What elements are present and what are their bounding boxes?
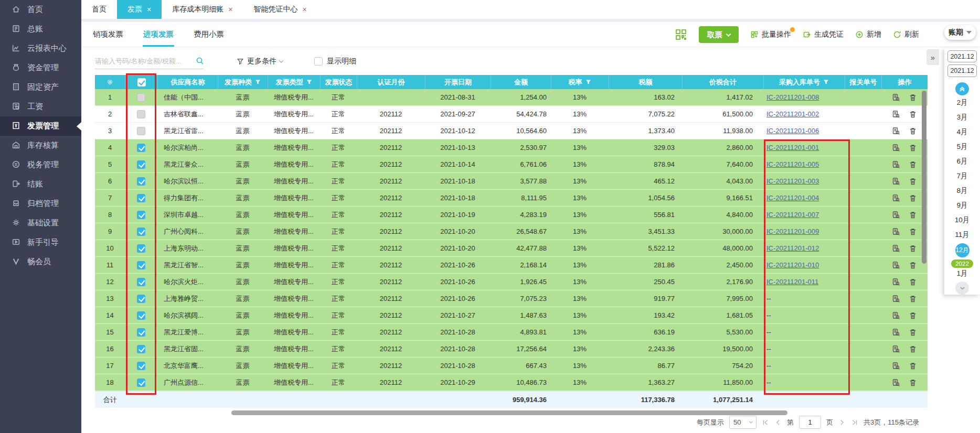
- view-voucher-icon[interactable]: [892, 345, 900, 353]
- year-badge[interactable]: 2022: [951, 259, 973, 268]
- month-item[interactable]: 7月: [944, 169, 980, 183]
- select-all-checkbox[interactable]: [137, 78, 146, 86]
- month-item[interactable]: 2月: [944, 95, 980, 110]
- view-voucher-icon[interactable]: [892, 378, 900, 387]
- table-row[interactable]: 6 哈尔滨以恒... 蓝票 增值税专用... 正常 202112 2021-10…: [95, 173, 928, 190]
- show-detail-toggle[interactable]: 显示明细: [314, 57, 356, 66]
- row-checkbox[interactable]: [137, 194, 145, 202]
- period-start-input[interactable]: [947, 50, 977, 62]
- table-row[interactable]: 16 黑龙江省固... 蓝票 增值税专用... 正常 202112 2021-1…: [95, 341, 928, 358]
- delete-icon[interactable]: [909, 311, 917, 320]
- sidebar-item-6[interactable]: 工资: [0, 97, 81, 116]
- filter-icon[interactable]: [306, 79, 313, 85]
- purchase-no-link[interactable]: IC-20211201-012: [766, 244, 819, 252]
- month-item-selected[interactable]: 12月: [955, 243, 970, 257]
- period-end-input[interactable]: [947, 64, 977, 77]
- delete-icon[interactable]: [909, 244, 917, 253]
- table-row[interactable]: 5 黑龙江誉众... 蓝票 增值税专用... 正常 202112 2021-10…: [95, 156, 928, 173]
- view-voucher-icon[interactable]: [892, 93, 900, 102]
- month-item[interactable]: 6月: [944, 154, 980, 169]
- period-button[interactable]: 账期: [944, 25, 976, 40]
- table-row[interactable]: 7 得力集团有... 蓝票 增值税专用... 正常 202112 2021-10…: [95, 190, 928, 207]
- month-item[interactable]: 9月: [944, 198, 980, 213]
- purchase-no-link[interactable]: --: [766, 328, 771, 336]
- prev-page-button[interactable]: [774, 419, 782, 426]
- table-row[interactable]: 14 哈尔滨祺阔... 蓝票 增值税专用... 正常 202112 2021-1…: [95, 307, 928, 324]
- row-checkbox[interactable]: [137, 295, 145, 303]
- table-row[interactable]: 3 黑龙江省雷... 蓝票 增值税专用... 正常 202112 2021-10…: [95, 123, 928, 139]
- column-settings[interactable]: [95, 75, 125, 89]
- row-checkbox[interactable]: [137, 362, 145, 370]
- month-item[interactable]: 5月: [944, 139, 980, 154]
- purchase-no-link[interactable]: IC-20211201-010: [766, 261, 819, 269]
- row-checkbox[interactable]: [137, 160, 145, 169]
- sidebar-item-8[interactable]: 库存核算: [0, 136, 81, 155]
- table-row[interactable]: 8 深圳市卓越... 蓝票 增值税专用... 正常 202112 2021-10…: [95, 207, 928, 223]
- delete-icon[interactable]: [909, 144, 917, 152]
- vertical-scrollbar-thumb[interactable]: [922, 91, 926, 264]
- purchase-no-link[interactable]: --: [766, 362, 771, 370]
- view-voucher-icon[interactable]: [892, 362, 900, 370]
- delete-icon[interactable]: [909, 110, 917, 118]
- view-voucher-icon[interactable]: [892, 127, 900, 135]
- table-row[interactable]: 17 北京华富鹰... 蓝票 增值税专用... 正常 202112 2021-1…: [95, 358, 928, 374]
- show-detail-checkbox[interactable]: [314, 57, 323, 66]
- add-button[interactable]: 新增: [855, 30, 881, 39]
- view-voucher-icon[interactable]: [892, 261, 900, 269]
- generate-voucher-button[interactable]: 生成凭证: [803, 30, 844, 39]
- row-checkbox[interactable]: [137, 378, 145, 387]
- close-icon[interactable]: ×: [147, 6, 151, 13]
- table-row[interactable]: 2 吉林省联鑫... 蓝票 增值税专用... 正常 202112 2021-09…: [95, 106, 928, 123]
- table-row[interactable]: 13 上海雅峥贸... 蓝票 增值税专用... 正常 202112 2021-1…: [95, 290, 928, 307]
- purchase-no-link[interactable]: IC-20211201-009: [766, 228, 819, 235]
- purchase-no-link[interactable]: IC-20211201-011: [766, 278, 818, 286]
- row-checkbox[interactable]: [137, 110, 145, 118]
- row-checkbox[interactable]: [137, 93, 145, 102]
- view-voucher-icon[interactable]: [892, 295, 900, 303]
- table-row[interactable]: 10 上海东明动... 蓝票 增值税专用... 正常 202112 2021-1…: [95, 240, 928, 257]
- delete-icon[interactable]: [909, 177, 917, 186]
- subtab-2[interactable]: 进项发票: [143, 22, 174, 47]
- delete-icon[interactable]: [909, 378, 917, 387]
- next-page-button[interactable]: [838, 419, 846, 426]
- delete-icon[interactable]: [909, 261, 917, 269]
- delete-icon[interactable]: [909, 228, 917, 236]
- sidebar-item-13[interactable]: 新手引导: [0, 233, 81, 252]
- view-voucher-icon[interactable]: [892, 177, 900, 186]
- refresh-button[interactable]: 刷新: [893, 30, 919, 39]
- filter-icon[interactable]: [254, 79, 261, 85]
- purchase-no-link[interactable]: IC-20211201-001: [766, 144, 819, 151]
- tab[interactable]: 首页: [81, 0, 117, 19]
- month-item[interactable]: 10月: [944, 213, 980, 228]
- row-checkbox[interactable]: [137, 261, 145, 269]
- row-checkbox[interactable]: [137, 311, 145, 320]
- delete-icon[interactable]: [909, 328, 917, 337]
- view-voucher-icon[interactable]: [892, 244, 900, 253]
- table-row[interactable]: 15 黑龙江爱博... 蓝票 增值税专用... 正常 202112 2021-1…: [95, 324, 928, 341]
- purchase-no-link[interactable]: IC-20211201-007: [766, 211, 819, 219]
- row-checkbox[interactable]: [137, 211, 145, 219]
- view-voucher-icon[interactable]: [892, 278, 900, 286]
- table-row[interactable]: 18 广州点源信... 蓝票 增值税专用... 正常 202112 2021-1…: [95, 374, 928, 391]
- month-item[interactable]: 11月: [944, 228, 980, 242]
- subtab-3[interactable]: 费用小票: [194, 22, 224, 47]
- view-voucher-icon[interactable]: [892, 144, 900, 152]
- sidebar-item-11[interactable]: 归档管理: [0, 194, 81, 213]
- row-checkbox[interactable]: [137, 278, 145, 286]
- row-checkbox[interactable]: [137, 177, 145, 186]
- table-row[interactable]: 4 哈尔滨柏尚... 蓝票 增值税专用... 正常 202112 2021-10…: [95, 139, 928, 156]
- last-page-button[interactable]: [851, 419, 858, 426]
- collapse-panel-button[interactable]: »: [926, 49, 939, 65]
- more-filters-button[interactable]: 更多条件: [237, 57, 283, 66]
- page-input[interactable]: [799, 416, 821, 429]
- fetch-invoice-button[interactable]: 取票: [699, 26, 739, 43]
- delete-icon[interactable]: [909, 93, 917, 102]
- sidebar-item-12[interactable]: 基础设置: [0, 213, 81, 233]
- row-checkbox[interactable]: [137, 244, 145, 253]
- view-voucher-icon[interactable]: [892, 160, 900, 169]
- sidebar-item-10[interactable]: 结账: [0, 175, 81, 194]
- row-checkbox[interactable]: [137, 127, 145, 135]
- delete-icon[interactable]: [909, 160, 917, 169]
- purchase-no-link[interactable]: IC-20211201-003: [766, 177, 819, 185]
- delete-icon[interactable]: [909, 345, 917, 353]
